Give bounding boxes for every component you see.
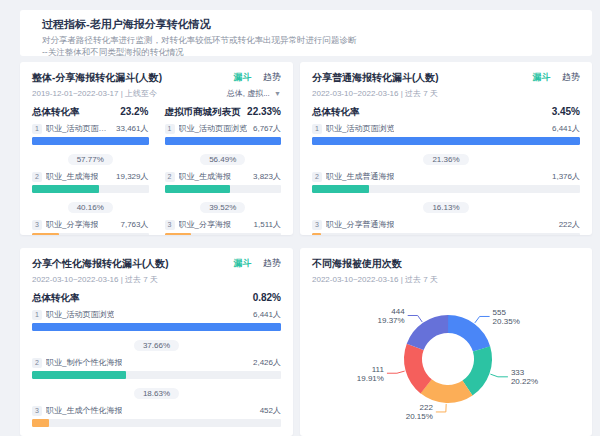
tab-funnel[interactable]: 漏斗 [233, 258, 251, 268]
funnel-bar-track [312, 185, 580, 193]
panel-normal-poster-funnel: 分享普通海报转化漏斗(人数) 2022-03-10~2022-03-16 | 过… [300, 62, 592, 235]
overall-rate-value: 23.2% [120, 106, 148, 117]
step-index-badge: 2 [32, 172, 42, 182]
donut-label-connector [408, 316, 423, 323]
step-label: 职业_分享普通海报 [326, 219, 394, 230]
funnel-step-labelrow: 3职业_分享普通海报222人 [312, 218, 580, 231]
conversion-rate-pill: 21.36% [312, 148, 580, 166]
tab-trend[interactable]: 趋势 [562, 72, 580, 82]
overall-rate-value: 3.45% [552, 106, 580, 117]
overall-rate-label: 虚拟币商城列表页 [165, 106, 241, 119]
funnel-step-labelrow: 2职业_生成海报19,329人 [32, 170, 149, 183]
conversion-rate-pill: 37.66% [32, 334, 281, 352]
tab-funnel[interactable]: 漏斗 [532, 72, 550, 82]
funnel-bar-track [312, 137, 580, 145]
tab-funnel[interactable]: 漏斗 [233, 72, 251, 82]
funnel-step: 2职业_制作个性化海报2,426人 [32, 356, 281, 379]
funnel-bar-track [32, 323, 281, 331]
conversion-rate-pill: 16.13% [312, 196, 580, 214]
funnel-step-labelrow: 2职业_生成海报3,823人 [165, 170, 282, 183]
funnel-bar[interactable] [312, 137, 580, 145]
funnel-step: 2职业_生成普通海报1,376人 [312, 170, 580, 193]
conversion-rate-pill: 57.77% [32, 148, 149, 166]
funnel-step: 3职业_分享海报7,763人 [32, 218, 149, 235]
funnel-bar[interactable] [32, 323, 281, 331]
panel-title: 分享个性化海报转化漏斗(人数) [32, 257, 169, 271]
donut-slice-label: 55520.35% [493, 308, 520, 326]
panel-poster-usage-titles: 不同海报被使用次数 2022-03-10~2022-03-16 | 过去 7 天 [312, 257, 438, 285]
panel-title: 整体-分享海报转化漏斗(人数) [32, 71, 162, 85]
funnel-bar-track [32, 233, 149, 235]
funnel-bar[interactable] [32, 233, 59, 235]
chart-type-tabs: 漏斗 趋势 [224, 71, 281, 84]
funnel-step-labelrow: 1职业_活动页面浏览6,767人 [165, 122, 282, 135]
funnel-step-labelrow: 3职业_分享海报1,511人 [165, 218, 282, 231]
panel-head-controls: 漏斗 趋势 总体, 虚拟... ▼ [224, 71, 281, 99]
funnel-column-virtual-coin: 虚拟币商城列表页 22.33% 1职业_活动页面浏览6,767人56.49%2职… [165, 99, 282, 235]
step-value: 6,441人 [548, 123, 580, 134]
funnel-chart: 1职业_活动页面浏览33,461人57.77%2职业_生成海报19,329人40… [32, 122, 149, 235]
funnel-bar[interactable] [32, 185, 99, 193]
panel-date-range: 2022-03-10~2022-03-16 | 过去 7 天 [312, 88, 439, 99]
funnel-step: 3职业_分享普通海报222人 [312, 218, 580, 235]
overall-rate-value: 0.82% [253, 292, 281, 303]
donut-label-connector [490, 374, 508, 377]
chart-type-tabs: 漏斗 趋势 [224, 257, 281, 270]
step-label: 职业_分享海报 [46, 219, 98, 230]
funnel-step: 1职业_活动页面浏览6,441人 [32, 308, 281, 331]
funnel-bar[interactable] [32, 137, 149, 145]
funnel-step-labelrow: 3职业_生成个性化海报452人 [32, 404, 281, 417]
step-label: 职业_生成普通海报 [326, 171, 394, 182]
funnel-bar[interactable] [312, 233, 321, 235]
tab-trend[interactable]: 趋势 [263, 258, 281, 268]
conversion-rate-pill: 18.63% [32, 382, 281, 400]
funnel-step: 1职业_活动页面浏览33,461人 [32, 122, 149, 145]
dashboard-screen: 过程指标-老用户海报分享转化情况 对分享者路径转化率进行监测，对转化率较低环节或… [0, 0, 600, 436]
funnel-bar[interactable] [312, 185, 369, 193]
funnel-chart: 1职业_活动页面浏览6,441人21.36%2职业_生成普通海报1,376人16… [312, 122, 580, 235]
step-value: 452人 [256, 405, 281, 416]
panel-overall-funnel-head: 整体-分享海报转化漏斗(人数) 2019-12-01~2022-03-17 | … [32, 71, 281, 99]
step-label: 职业_制作个性化海报 [46, 357, 122, 368]
step-index-badge: 2 [165, 172, 175, 182]
panel-date-range: 2022-03-10~2022-03-16 | 过去 7 天 [312, 274, 438, 285]
funnel-step: 3职业_分享海报1,511人 [165, 218, 282, 235]
funnel-bar-track [165, 233, 282, 235]
overall-rate-value: 22.33% [247, 106, 281, 117]
donut-slice-label: 11119.91% [357, 365, 385, 383]
funnel-bar[interactable] [165, 233, 191, 235]
funnel-chart: 1职业_活动页面浏览6,441人37.66%2职业_制作个性化海报2,426人1… [32, 308, 281, 436]
step-index-badge: 1 [165, 124, 175, 134]
step-label: 职业_生成个性化海报 [46, 405, 122, 416]
step-value: 19,329人 [112, 171, 148, 182]
funnel-step-labelrow: 1职业_活动页面浏览33,461人 [32, 122, 149, 135]
step-label: 职业_活动页面浏览 [179, 123, 247, 134]
segment-filter-dropdown[interactable]: 总体, 虚拟... ▼ [224, 88, 281, 99]
panel-normal-poster-head: 分享普通海报转化漏斗(人数) 2022-03-10~2022-03-16 | 过… [312, 71, 580, 99]
conversion-rate-pill: 11.73% [32, 430, 281, 436]
funnel-bar[interactable] [32, 419, 49, 427]
step-index-badge: 3 [32, 220, 42, 230]
overall-rate-label: 总体转化率 [32, 106, 80, 119]
funnel-bar-track [32, 371, 281, 379]
funnel-step-labelrow: 2职业_制作个性化海报2,426人 [32, 356, 281, 369]
donut-label-connector [387, 371, 405, 373]
funnel-bar[interactable] [165, 137, 282, 145]
funnel-bar-track [312, 233, 580, 235]
funnel-bar[interactable] [165, 185, 231, 193]
panel-poster-usage: 不同海报被使用次数 2022-03-10~2022-03-16 | 过去 7 天… [300, 248, 592, 436]
panel-title: 不同海报被使用次数 [312, 257, 438, 271]
step-index-badge: 2 [312, 172, 322, 182]
overall-rate-row: 总体转化率 23.2% [32, 106, 149, 119]
step-value: 6,767人 [249, 123, 281, 134]
donut-slice-label: 44419.37% [378, 307, 406, 325]
donut-svg: 55520.35%33320.22%22220.15%11119.91%4441… [312, 291, 580, 429]
step-index-badge: 2 [32, 358, 42, 368]
panel-personalized-poster-funnel: 分享个性化海报转化漏斗(人数) 2022-03-10~2022-03-16 | … [20, 248, 293, 436]
funnel-step: 1职业_活动页面浏览6,767人 [165, 122, 282, 145]
tab-trend[interactable]: 趋势 [263, 72, 281, 82]
step-label: 职业_活动页面浏览 [46, 123, 112, 134]
step-value: 2,426人 [249, 357, 281, 368]
step-label: 职业_生成海报 [179, 171, 231, 182]
funnel-bar[interactable] [32, 371, 126, 379]
